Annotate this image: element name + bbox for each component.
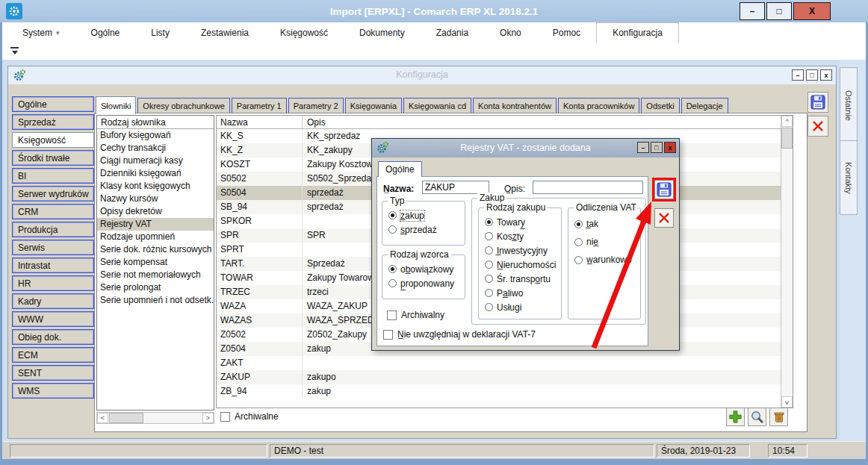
column-header-nazwa[interactable]: Nazwa: [217, 116, 303, 128]
sidebar-module-button[interactable]: Serwis: [12, 240, 94, 255]
table-row[interactable]: ZAKT: [217, 356, 793, 370]
sidebar-module-button[interactable]: Intrastat: [12, 258, 94, 273]
dictionary-item[interactable]: Rejestry VAT: [97, 218, 214, 231]
radio-option[interactable]: p̲roponowany: [382, 276, 465, 290]
archiwalne-checkbox[interactable]: Archiwalne: [220, 411, 279, 422]
minimize-button[interactable]: –: [740, 2, 765, 20]
sidebar-module-button[interactable]: Obieg dok.: [12, 329, 94, 345]
sidebar-module-button[interactable]: WMS: [12, 383, 94, 399]
scroll-right-button[interactable]: >: [202, 413, 214, 423]
tab-ogolne[interactable]: Ogólne: [378, 161, 422, 177]
ribbon-collapse-icon[interactable]: [10, 47, 19, 54]
close-icon[interactable]: x: [820, 69, 832, 81]
sidebar-module-button[interactable]: Sprzedaż: [12, 114, 94, 130]
config-tab[interactable]: Parametry 2: [288, 98, 344, 113]
side-tab-kontakty[interactable]: Kontakty: [840, 140, 858, 215]
menu-item[interactable]: Zestawienia: [185, 22, 264, 43]
archiwalny-checkbox[interactable]: Archiwalny: [387, 310, 444, 320]
dialog-cancel-button[interactable]: [654, 208, 674, 228]
scrollbar-thumb[interactable]: [109, 413, 143, 423]
config-tab[interactable]: Delegacje: [681, 98, 728, 113]
menu-item[interactable]: Pomoc: [537, 22, 596, 43]
sidebar-module-button[interactable]: Księgowość: [12, 132, 94, 148]
menu-item[interactable]: Okno: [484, 22, 537, 43]
dictionary-item[interactable]: Bufory księgowań: [97, 129, 214, 142]
sidebar-module-button[interactable]: SENT: [12, 365, 94, 381]
radio-option[interactable]: Śr. transpo̲rtu: [479, 272, 561, 286]
scroll-left-button[interactable]: <: [97, 413, 108, 423]
config-tab[interactable]: Konta kontrahentów: [473, 98, 557, 113]
dictionary-item[interactable]: Klasy kont księgowych: [97, 180, 214, 193]
dictionary-item[interactable]: Cechy transakcji: [97, 142, 214, 155]
radio-option[interactable]: I̲nwestycyjny: [479, 243, 561, 258]
menu-item[interactable]: Księgowość: [264, 22, 344, 43]
dictionary-item[interactable]: Serie prolongat: [97, 281, 214, 294]
menu-item[interactable]: Listy: [135, 22, 185, 43]
dictionary-item[interactable]: Nazwy kursów: [97, 193, 214, 205]
dictionary-item[interactable]: Serie upomnień i not odsetk.: [97, 294, 214, 307]
config-tab[interactable]: Konta pracowników: [558, 98, 639, 113]
radio-option[interactable]: Towary̲: [479, 215, 561, 229]
menu-item[interactable]: System: [7, 22, 75, 43]
minimize-button[interactable]: –: [637, 142, 649, 153]
sidebar-module-button[interactable]: Środki trwałe: [12, 150, 94, 166]
close-button[interactable]: X: [793, 2, 831, 20]
radio-option[interactable]: z̲akup: [382, 208, 465, 222]
radio-option[interactable]: N̲ieruchomości: [479, 258, 561, 272]
menu-item[interactable]: Konfiguracja: [596, 22, 679, 43]
radio-option[interactable]: Pa̲liwo: [479, 286, 561, 300]
side-tab-ostatnie[interactable]: Ostatnie: [840, 67, 858, 144]
dictionary-item[interactable]: Dzienniki księgowań: [97, 167, 214, 180]
scrollbar-thumb[interactable]: [781, 128, 793, 149]
column-header-opis[interactable]: Opis: [303, 116, 793, 128]
scroll-up-button[interactable]: ^: [781, 116, 793, 127]
sidebar-module-button[interactable]: WWW: [12, 311, 94, 327]
scroll-down-button[interactable]: v: [781, 396, 793, 408]
config-tab[interactable]: Księgowania cd: [403, 98, 471, 113]
maximize-button[interactable]: □: [651, 142, 663, 153]
config-tab[interactable]: Parametry 1: [232, 98, 287, 113]
radio-option[interactable]: ob̲owiązkowy: [382, 262, 465, 276]
delete-button[interactable]: [769, 408, 788, 426]
dictionary-item[interactable]: Rodzaje upomnień: [97, 231, 214, 243]
radio-option[interactable]: w̲arunkowo: [568, 251, 640, 269]
minimize-button[interactable]: –: [792, 69, 804, 81]
maximize-button[interactable]: □: [806, 69, 818, 81]
maximize-button[interactable]: □: [766, 2, 792, 20]
opis-input[interactable]: [533, 181, 643, 194]
dictionary-item[interactable]: Serie dok. różnic kursowych: [97, 243, 214, 256]
radio-option[interactable]: s̲przedaż: [382, 222, 465, 237]
config-tab[interactable]: Odsetki: [641, 98, 679, 113]
dialog-save-button[interactable]: [654, 180, 674, 199]
vertical-scrollbar[interactable]: ^ v: [781, 116, 793, 408]
sidebar-module-button[interactable]: Kadry: [12, 293, 94, 309]
dictionary-item[interactable]: Serie not memoriałowych: [97, 269, 214, 281]
menu-item[interactable]: Dokumenty: [344, 22, 421, 43]
config-tab[interactable]: Okresy obrachunkowe: [137, 98, 229, 113]
search-button[interactable]: [748, 408, 766, 426]
save-button[interactable]: [807, 92, 828, 113]
radio-option[interactable]: t̲ak: [568, 215, 640, 233]
sidebar-module-button[interactable]: Serwer wydruków: [12, 186, 94, 202]
config-tab[interactable]: Słowniki: [96, 96, 136, 114]
table-row[interactable]: ZB_94 zakup: [217, 384, 793, 399]
add-button[interactable]: [726, 408, 745, 426]
sidebar-module-button[interactable]: Ogólne: [12, 96, 94, 112]
radio-option[interactable]: Usługi: [479, 300, 561, 314]
sidebar-module-button[interactable]: CRM: [12, 204, 94, 219]
dictionary-item[interactable]: Serie kompensat: [97, 256, 214, 269]
sidebar-module-button[interactable]: Produkcja: [12, 222, 94, 237]
dictionary-item[interactable]: Opisy dekretów: [97, 205, 214, 218]
dictionary-item[interactable]: Ciągi numeracji kasy: [97, 155, 214, 167]
radio-option[interactable]: Kosz̲ty: [479, 229, 561, 243]
sidebar-module-button[interactable]: HR: [12, 275, 94, 291]
menu-item[interactable]: Ogólne: [75, 22, 136, 43]
sidebar-module-button[interactable]: ECM: [12, 347, 94, 363]
vat7-checkbox[interactable]: N̲ie uwzględniaj w deklaracji VAT-7: [383, 329, 536, 340]
radio-option[interactable]: nie̲: [568, 233, 640, 251]
horizontal-scrollbar[interactable]: < >: [96, 412, 214, 424]
sidebar-module-button[interactable]: BI: [12, 168, 94, 184]
table-row[interactable]: ZAKUP zakupo: [217, 370, 793, 384]
config-tab[interactable]: Księgowania: [345, 98, 402, 113]
menu-item[interactable]: Zadania: [421, 22, 484, 43]
